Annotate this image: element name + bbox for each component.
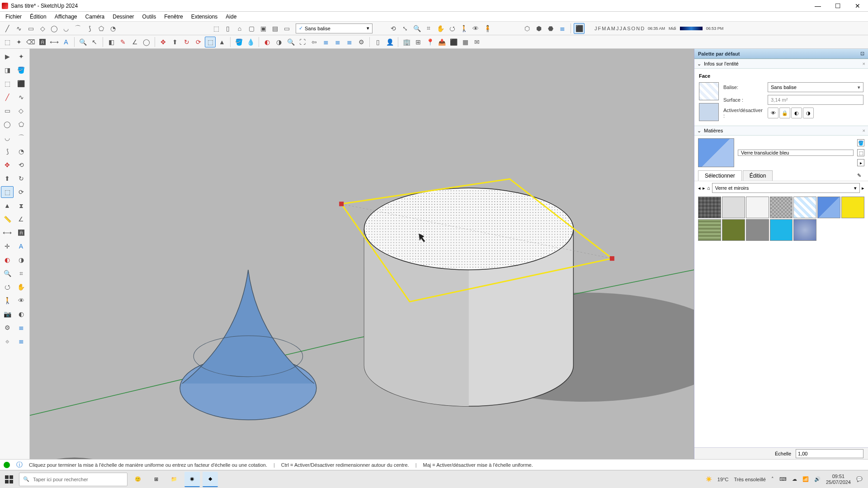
offset2-icon[interactable]: ⟳ xyxy=(15,186,28,198)
eraser3-icon[interactable]: ◨ xyxy=(1,64,14,76)
circle-tool-icon[interactable]: ◯ xyxy=(49,23,60,34)
eraser-tool-icon[interactable]: ⌫ xyxy=(25,37,36,47)
gear2-icon[interactable]: ⚙ xyxy=(1,322,14,333)
grid-icon[interactable]: ⊞ xyxy=(413,37,424,47)
layers4-icon[interactable]: ≣ xyxy=(344,37,355,47)
layers2-icon[interactable]: ≣ xyxy=(321,37,331,47)
settings-icon[interactable]: ⚙ xyxy=(356,37,367,47)
group-icon[interactable]: ⬚ xyxy=(1,78,14,89)
panel-pin-icon[interactable]: ⊡ xyxy=(860,51,864,56)
menu-help[interactable]: Aide xyxy=(222,13,240,21)
position2-icon[interactable]: 📷 xyxy=(1,308,14,320)
minimize-button[interactable]: — xyxy=(811,1,825,10)
prev-view-icon[interactable]: ⇦ xyxy=(309,37,320,47)
look-tool-icon[interactable]: 👁 xyxy=(470,23,481,34)
layers3-icon[interactable]: ≣ xyxy=(332,37,343,47)
offset-tool-icon[interactable]: ⟳ xyxy=(193,37,204,47)
flip-tool-icon[interactable]: ▲ xyxy=(217,37,227,47)
render-icon[interactable]: ▦ xyxy=(460,37,471,47)
pushpull-tool-icon[interactable]: ⬆ xyxy=(170,37,180,47)
pan2-icon[interactable]: ✋ xyxy=(15,281,28,293)
tray-volume-icon[interactable]: 🔊 xyxy=(814,476,821,482)
toggle-shadow-icon[interactable]: ◐ xyxy=(791,108,802,118)
move2-icon[interactable]: ✥ xyxy=(1,159,14,171)
zoom-window-icon[interactable]: ⌗ xyxy=(423,23,434,34)
entity-close-icon[interactable]: × xyxy=(863,61,865,66)
sandbox-icon[interactable]: ⟐ xyxy=(1,335,14,347)
scale-value-input[interactable] xyxy=(796,449,863,458)
menu-view[interactable]: Affichage xyxy=(51,13,81,21)
material-library-dropdown[interactable]: Verre et miroirs▾ xyxy=(712,183,860,193)
cortana-icon[interactable]: 🙂 xyxy=(130,472,146,487)
menu-edit[interactable]: Édition xyxy=(26,13,50,21)
line-tool-icon[interactable]: ╱ xyxy=(2,23,13,34)
swatch-item[interactable] xyxy=(698,197,721,218)
export-icon[interactable]: 📤 xyxy=(436,37,447,47)
solid-house-icon[interactable]: ⌂ xyxy=(234,23,245,34)
tray-wifi-icon[interactable]: 📶 xyxy=(802,476,809,482)
layers5-icon[interactable]: ≣ xyxy=(15,322,28,333)
arc-tool-icon[interactable]: ◡ xyxy=(61,23,71,34)
taskbar-search[interactable]: 🔍 Taper ici pour rechercher xyxy=(19,473,127,486)
weather-icon[interactable]: ☀️ xyxy=(706,476,712,482)
viewport-3d[interactable] xyxy=(30,49,694,459)
scale2-icon[interactable]: ⬚ xyxy=(1,186,14,198)
pan-tool-icon[interactable]: ✋ xyxy=(435,23,446,34)
shadows-toggle-icon[interactable]: ⬛ xyxy=(574,23,585,34)
notifications-icon[interactable]: 💬 xyxy=(856,476,863,482)
pie-tool-icon[interactable]: ◔ xyxy=(108,23,118,34)
freehand2-icon[interactable]: ∿ xyxy=(15,91,28,103)
zoom3-icon[interactable]: 🔍 xyxy=(285,37,296,47)
page-icon[interactable]: ▯ xyxy=(373,37,383,47)
info-icon[interactable]: ⓘ xyxy=(16,461,23,469)
rectangle-tool-icon[interactable]: ▭ xyxy=(25,23,36,34)
component-icon[interactable]: ⬛ xyxy=(15,78,28,89)
menu-tools[interactable]: Outils xyxy=(139,13,160,21)
zoom2-icon[interactable]: 🔍 xyxy=(77,37,88,47)
solid-intersect-icon[interactable]: ⬣ xyxy=(545,23,556,34)
swatch-item[interactable] xyxy=(746,219,769,241)
swatch-item[interactable] xyxy=(770,219,793,241)
eyedropper-icon[interactable]: ✎ xyxy=(854,170,864,181)
swatch-item[interactable] xyxy=(793,197,816,218)
position-camera-icon[interactable]: 🧍 xyxy=(482,23,493,34)
select-icon[interactable]: ▶ xyxy=(1,51,14,62)
scale-tool-icon[interactable]: ⤡ xyxy=(400,23,410,34)
lib-menu-icon[interactable]: ▸ xyxy=(862,185,864,191)
expand-material-icon[interactable]: ▸ xyxy=(857,159,864,166)
text2-icon[interactable]: 🅰 xyxy=(15,227,28,239)
chrome-icon[interactable]: ◉ xyxy=(184,472,200,487)
solid-union-icon[interactable]: ⬡ xyxy=(522,23,533,34)
section-display-icon[interactable]: ◑ xyxy=(274,37,284,47)
freehand-tool-icon[interactable]: ∿ xyxy=(14,23,24,34)
material-name-field[interactable]: Verre translucide bleu xyxy=(738,150,854,156)
solid-box-icon[interactable]: ⬚ xyxy=(211,23,222,34)
entity-tag-dropdown[interactable]: Sans balise▾ xyxy=(768,82,863,92)
toggle-visible-icon[interactable]: 👁 xyxy=(768,108,778,118)
arc2-tool-icon[interactable]: ⌒ xyxy=(72,23,83,34)
dim2-icon[interactable]: ⟷ xyxy=(1,227,14,239)
front-face-swatch[interactable] xyxy=(699,82,719,100)
rect2-icon[interactable]: ▭ xyxy=(1,105,14,117)
layers6-icon[interactable]: ≣ xyxy=(15,335,28,347)
section2-icon[interactable]: ◐ xyxy=(1,254,14,266)
maximize-button[interactable]: ☐ xyxy=(831,1,844,10)
3dtext-icon[interactable]: A xyxy=(15,240,28,252)
scale-tool-active-icon[interactable]: ⬚ xyxy=(205,37,216,47)
followme2-icon[interactable]: ↻ xyxy=(15,173,28,184)
user-icon[interactable]: 👤 xyxy=(384,37,395,47)
create-material-icon[interactable]: 🪣 xyxy=(857,139,864,146)
dim-tool-icon[interactable]: ⟷ xyxy=(49,37,60,47)
toggle-lock-icon[interactable]: 🔒 xyxy=(779,108,790,118)
envelope-icon[interactable]: ✉ xyxy=(472,37,482,47)
warehouse-icon[interactable]: 🏢 xyxy=(401,37,412,47)
pushpull2-icon[interactable]: ⬆ xyxy=(1,173,14,184)
line2-icon[interactable]: ╱ xyxy=(1,91,14,103)
polygon-tool-icon[interactable]: ⬠ xyxy=(96,23,107,34)
menu-camera[interactable]: Caméra xyxy=(82,13,108,21)
cursor-icon[interactable]: ↖ xyxy=(89,37,100,47)
circle3-icon[interactable]: ◯ xyxy=(1,118,14,130)
text-tool-icon[interactable]: A xyxy=(61,37,71,47)
solid-stack-icon[interactable]: ▤ xyxy=(269,23,280,34)
axes-icon[interactable]: ✛ xyxy=(1,240,14,252)
